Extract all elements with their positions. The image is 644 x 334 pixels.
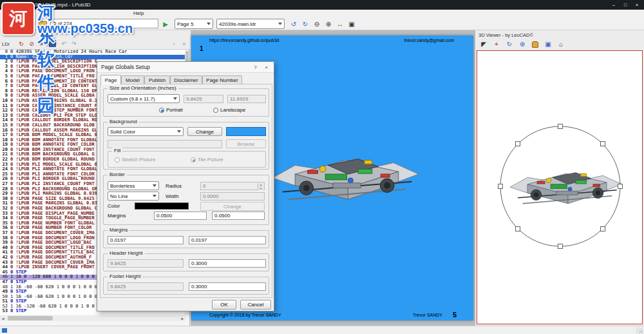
background-type-combo[interactable]: Solid Color <box>108 127 184 136</box>
cancel-button[interactable]: Cancel <box>240 300 271 309</box>
line-number: 35 <box>0 221 9 226</box>
zoom-region-tool-icon[interactable]: ▣ <box>543 39 553 49</box>
page-header-email[interactable]: trevor.sandy@gmail.com <box>404 38 454 43</box>
tile-picture-radio: Tile Picture <box>191 157 223 162</box>
border-color-swatch[interactable] <box>135 202 189 210</box>
background-color-swatch[interactable] <box>226 127 266 136</box>
line-number: 29 <box>0 192 9 197</box>
border-margin-x-field[interactable]: 0.0500 <box>154 211 207 220</box>
tab-publish[interactable]: Publish <box>144 75 170 84</box>
line-number: 1 <box>0 55 9 60</box>
page-header-url[interactable]: https://trevorsandy.github.io/lpub3d <box>209 38 279 43</box>
select-tool-icon[interactable]: ◤ <box>478 39 489 49</box>
line-text: 0 !LPUB PAGE DOCUMENT_TITLE_BAC <box>9 250 95 255</box>
ok-button[interactable]: OK <box>212 300 236 309</box>
header-group-legend: Header Height <box>108 250 145 256</box>
scrollbar-thumb[interactable] <box>8 316 53 320</box>
border-width-field: 0.0000 <box>200 192 265 201</box>
editor-selection-icon[interactable]: ⊘ <box>27 39 36 48</box>
line-text: 0 !LPUB PAGE BACKGROUND GLOBAL C <box>9 206 97 211</box>
border-line-combo[interactable]: No Line <box>108 192 159 201</box>
header-height-field[interactable]: 0.3000 <box>189 259 266 268</box>
fit-width-icon[interactable]: ↔ <box>335 19 345 29</box>
rotate-view-tool-icon[interactable]: ↻ <box>504 39 515 49</box>
editor-undo-icon[interactable]: ↶ <box>59 39 68 48</box>
3d-viewport[interactable] <box>477 50 643 324</box>
close-button[interactable]: × <box>631 0 643 10</box>
scroll-left-icon[interactable]: ◀ <box>0 317 6 320</box>
tab-disclaimer[interactable]: Disclaimer <box>170 75 202 84</box>
submodel-combo[interactable]: 42039s-main.ldr <box>216 19 285 29</box>
tab-page[interactable]: Page <box>100 75 121 84</box>
orbit-handle[interactable] <box>498 184 503 189</box>
border-margin-y-field[interactable]: 0.0500 <box>212 211 265 220</box>
zoom-tool-icon[interactable]: ⊕ <box>517 39 527 49</box>
orbit-handle[interactable] <box>601 142 605 146</box>
resize-grip[interactable] <box>636 328 643 333</box>
size-group-legend: Size and Orientation (Inches) <box>108 85 178 91</box>
scroll-right-icon[interactable]: ▶ <box>180 317 185 320</box>
zoom-out-icon[interactable]: ⊖ <box>312 19 322 29</box>
menu-help[interactable]: Help <box>133 10 144 16</box>
cancel-label: Cancel <box>248 302 264 308</box>
line-number: 11 <box>0 104 9 109</box>
line-number: 13 <box>0 113 9 119</box>
panel-float-icon[interactable]: ▫ <box>169 39 178 48</box>
home-view-icon[interactable]: ⌂ <box>556 39 566 49</box>
step-number[interactable]: 1 <box>200 45 204 52</box>
margin-x-value: 0.0197 <box>110 237 126 243</box>
footer-height-field[interactable]: 0.3000 <box>189 282 266 291</box>
dialog-help-button[interactable]: ? <box>250 62 261 73</box>
page-footer-author[interactable]: Trevor SANDY <box>413 313 442 317</box>
next-page-button[interactable]: ▶ <box>160 19 171 29</box>
line-number: 0 <box>0 50 9 55</box>
background-change-button[interactable]: Change <box>187 127 222 136</box>
editor-horizontal-scrollbar[interactable]: ◀ ▶ <box>0 315 185 321</box>
orbit-handle[interactable] <box>618 184 623 189</box>
dialog-close-button[interactable]: × <box>261 62 272 73</box>
line-number: 16 <box>0 128 9 133</box>
header-height-value: 0.3000 <box>191 260 207 266</box>
line-number: 9 <box>0 93 9 99</box>
line-number: 17 <box>0 133 9 138</box>
color-label: Color <box>108 203 120 209</box>
orbit-handle[interactable] <box>516 227 520 231</box>
size-preset-combo[interactable]: Custom (9.8 x 11.7) <box>108 94 180 103</box>
border-type-combo[interactable]: Borderless <box>108 181 159 190</box>
editor-redo-icon[interactable]: ↷ <box>70 39 79 48</box>
rotate-cw-icon[interactable]: ↻ <box>300 19 310 29</box>
zoom-in-icon[interactable]: ⊕ <box>323 19 334 29</box>
tab-page-number[interactable]: Page Number <box>202 75 242 84</box>
page-number[interactable]: 5 <box>453 311 457 319</box>
landscape-radio[interactable]: Landscape <box>213 107 245 113</box>
margin-x-field[interactable]: 0.0197 <box>108 236 184 244</box>
panel-close-icon[interactable]: × <box>180 39 189 48</box>
editor-line-0[interactable]: 00 42039S SBrick Motorized 24 Hours Race… <box>0 50 185 55</box>
page-combo[interactable]: Page 5 <box>175 19 213 29</box>
background-group: Background Solid Color Change Browse Fil… <box>103 122 269 170</box>
orbit-handle[interactable] <box>558 124 563 129</box>
editor-line-1[interactable]: 10 Name: 42039s-main.ldr <box>0 55 185 60</box>
assembly-image[interactable] <box>270 141 421 211</box>
line-text: 0 !LPUB BOM ANNOTATE FONT_COLOR <box>9 142 95 148</box>
orbit-handle[interactable] <box>516 142 520 146</box>
margin-y-field[interactable]: 0.0197 <box>189 236 266 244</box>
line-text: 0 !LPUB INSERT COVER_PAGE FRONT <box>9 265 95 270</box>
rotate-ccw-icon[interactable]: ↺ <box>289 19 299 29</box>
page-combo-value: Page 5 <box>177 21 193 27</box>
orbit-handle[interactable] <box>558 244 563 249</box>
minimize-button[interactable]: – <box>608 0 620 10</box>
fit-page-icon[interactable]: ▣ <box>346 19 357 29</box>
portrait-radio[interactable]: Portrait <box>159 107 183 113</box>
submodel-combo-value: 42039s-main.ldr <box>219 21 256 27</box>
orbit-handle[interactable] <box>601 227 605 231</box>
pan-hand-tool-icon[interactable] <box>530 39 540 49</box>
maximize-button[interactable]: □ <box>620 0 631 10</box>
move-tool-icon[interactable]: + <box>491 39 502 49</box>
line-number: 7 <box>0 84 9 89</box>
editor-update-icon[interactable]: ↻ <box>17 39 26 48</box>
tab-model[interactable]: Model <box>121 75 144 84</box>
dialog-tab-pane: Size and Orientation (Inches) Custom (9.… <box>100 84 272 298</box>
line-number: 6 <box>0 79 9 84</box>
page-footer-copyright[interactable]: Copyright © 2018 by Trevor SANDY <box>209 313 281 317</box>
